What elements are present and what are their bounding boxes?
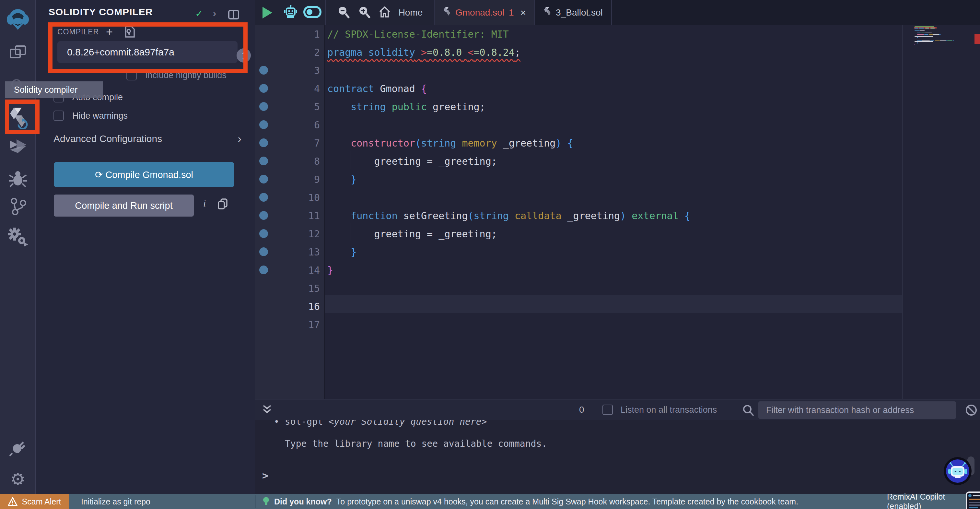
hide-warnings-row: Hide warnings [54,110,128,121]
code-line-9: } [327,170,356,188]
gutter-dot[interactable] [259,139,268,147]
line-number: 6 [284,116,320,134]
close-tab-icon[interactable]: × [520,7,526,18]
remixai-robot-icon[interactable] [284,5,298,21]
gutter-dot[interactable] [259,84,268,93]
warning-icon [8,497,18,506]
tip-title: Did you know? [274,497,332,506]
zoom-out-icon[interactable] [337,5,350,20]
code-line-13: } [327,243,356,261]
home-tab-label[interactable]: Home [399,8,423,18]
line-number: 5 [284,97,320,116]
did-you-know-tip: Did you know? To prototype on a uniswap … [262,496,798,507]
hide-warnings-label: Hide warnings [72,111,128,121]
line-number: 15 [284,279,320,297]
line-number: 13 [284,243,320,261]
collapse-terminal-icon[interactable] [262,404,272,416]
listen-all-transactions-checkbox[interactable] [603,405,613,415]
terminal-prompt[interactable]: > [262,469,268,482]
annotation-box-solidity-icon [5,99,40,134]
line-number: 8 [284,152,320,170]
home-icon[interactable] [379,6,391,19]
plugin-manager-icon[interactable] [0,438,36,458]
scam-alert-badge[interactable]: Scam Alert [0,494,69,509]
hide-warnings-checkbox[interactable] [54,110,64,121]
init-git-repo-button[interactable]: Initialize as git repo [81,497,150,506]
copilot-toggle-icon[interactable] [303,6,321,19]
solidity-file-icon [544,7,551,18]
gutter-dot[interactable] [259,193,268,202]
gutter-dot[interactable] [259,102,268,111]
indent-guide [351,223,351,241]
gutter-dot[interactable] [259,66,268,75]
tab-3_Ballot.sol[interactable]: 3_Ballot.sol [535,0,612,25]
code-line-7: constructor(string memory _greeting) { [327,134,573,152]
pin-panel-icon[interactable] [228,10,239,22]
clear-console-icon[interactable] [965,404,978,418]
line-number: 10 [284,188,320,206]
code-line-5: string public greeting; [327,97,485,116]
status-divider [255,495,256,508]
copy-icon[interactable] [218,198,228,211]
settings-icon[interactable]: ⚙ [0,469,36,489]
file-explorer-icon[interactable] [0,43,36,64]
expand-chevron-icon: › [238,132,242,145]
lightbulb-icon [262,496,270,507]
minimap[interactable] [914,25,971,77]
gutter-dot[interactable] [259,211,268,220]
annotation-box-compiler [48,22,248,73]
remixai-assistant-button[interactable] [943,456,972,486]
line-number: 16 [284,297,320,316]
screen-preview-thumbnail[interactable] [966,491,980,509]
advanced-configurations-row[interactable]: Advanced Configurations › [54,132,242,145]
current-line-highlight [255,295,902,313]
tip-text: To prototype on a uniswap v4 hooks, you … [336,497,798,506]
git-icon[interactable] [0,197,36,217]
gutter-dot[interactable] [259,156,268,165]
remix-ide-window: ⚙ SOLIDITY COMPILER ✓ › COMPILER + 0.8.2… [0,0,980,509]
compile-button[interactable]: ⟳ Compile Gmonad.sol [54,162,234,187]
scrollbar-error-marker [975,34,980,44]
line-number: 17 [284,316,320,333]
code-line-11: function setGreeting(string calldata _gr… [327,206,690,225]
compile-and-run-button[interactable]: Compile and Run script [54,195,194,217]
code-line-12: greeting = _greeting; [327,225,497,243]
terminal-toolbar: 0 Listen on all transactions [255,399,980,420]
terminal-search-icon[interactable] [742,404,755,418]
gutter-dot[interactable] [259,175,268,183]
remix-logo-icon[interactable] [0,6,36,32]
advanced-configurations-label: Advanced Configurations [54,133,162,144]
solidity-compiler-tooltip: Solidity compiler [5,81,103,98]
compile-success-check-icon: ✓ [195,8,203,19]
code-line-2: pragma solidity >=0.8.0 <=0.8.24; [327,43,520,61]
status-bar: Scam Alert Initialize as git repo Did yo… [0,494,980,509]
tab-Gmonad.sol[interactable]: Gmonad.sol1× [434,0,535,25]
line-number: 2 [284,43,320,61]
solidity-unit-testing-icon[interactable] [0,227,36,248]
transaction-filter-input[interactable] [758,401,956,419]
editor-topbar: Home Gmonad.sol1×3_Ballot.sol [255,0,980,25]
code-editor[interactable]: 1234567891011121314151617 // SPDX-Licens… [255,25,980,399]
gutter-dot[interactable] [259,120,268,129]
line-number: 9 [284,170,320,188]
code-line-1: // SPDX-License-Identifier: MIT [327,25,509,43]
error-count-badge: 1 [509,8,514,18]
deploy-run-icon[interactable] [0,139,36,157]
line-number: 3 [284,61,320,80]
info-icon[interactable]: i [203,198,206,209]
solidity-file-icon [443,7,451,18]
gutter-dot[interactable] [259,247,268,256]
solidity-compiler-panel: SOLIDITY COMPILER ✓ › COMPILER + 0.8.26+… [36,0,255,494]
run-script-button[interactable] [255,0,280,25]
panel-forward-chevron-icon[interactable]: › [213,8,216,19]
gutter-dot[interactable] [259,265,268,274]
debugger-icon[interactable] [0,170,36,189]
listen-all-transactions-label: Listen on all transactions [620,405,717,415]
refresh-icon: ⟳ [95,169,105,180]
activity-bar: ⚙ [0,0,36,509]
code-line-4: contract Gmonad { [327,80,427,97]
ai-toggle-cell [280,0,326,25]
terminal-output[interactable]: • sol-gpt <your Solidity question here>T… [255,420,980,494]
zoom-in-icon[interactable] [358,5,371,20]
gutter-dot[interactable] [259,229,268,238]
